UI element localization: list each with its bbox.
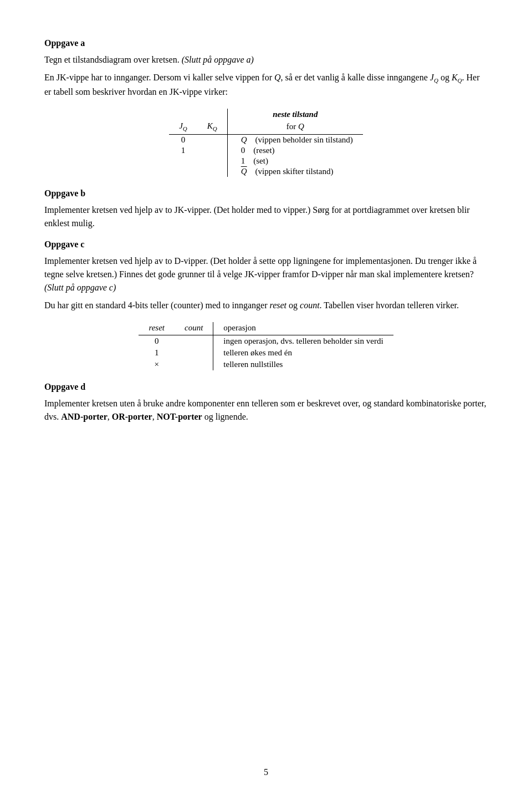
section-title-a: Oppgave a — [44, 37, 488, 50]
jk-row-3: Q (vippen skifter tilstand) — [169, 166, 363, 177]
jk-super-header-neste: neste tilstand — [227, 109, 363, 120]
page-content: Oppgave a Tegn et tilstandsdiagram over … — [44, 37, 488, 424]
jk-table-wrapper: neste tilstand JQ KQ for Q 0 Q (vippen b… — [44, 109, 488, 177]
counter-cell-op-2: telleren nullstilles — [213, 359, 393, 370]
jk-table: neste tilstand JQ KQ for Q 0 Q (vippen b… — [169, 109, 363, 177]
jk-cell-kq-0 — [197, 134, 227, 145]
oppgave-d-p1: Implementer kretsen uten å bruke andre k… — [44, 397, 488, 424]
oppgave-c-p1: Implementer kretsen ved hjelp av to D-vi… — [44, 254, 488, 294]
counter-table-wrapper: reset count operasjon 0 ingen operasjon,… — [44, 322, 488, 370]
counter-cell-count-1 — [175, 347, 213, 359]
jk-col-kq: KQ — [197, 120, 227, 135]
jk-cell-kq-3 — [197, 166, 227, 177]
jk-cell-jq-3 — [169, 166, 197, 177]
jk-col-forq: for Q — [227, 120, 363, 135]
page-number: 5 — [264, 767, 268, 777]
jk-cell-q-0: Q (vippen beholder sin tilstand) — [227, 134, 363, 145]
counter-col-count: count — [175, 322, 213, 335]
jk-cell-q-3: Q (vippen skifter tilstand) — [227, 166, 363, 177]
counter-col-reset: reset — [139, 322, 175, 335]
counter-cell-reset-0: 0 — [139, 335, 175, 347]
counter-cell-count-2 — [175, 359, 213, 370]
jk-cell-kq-1 — [197, 145, 227, 156]
jk-cell-jq-2 — [169, 156, 197, 166]
counter-cell-op-1: telleren økes med én — [213, 347, 393, 359]
counter-cell-reset-1: 1 — [139, 347, 175, 359]
jk-table-super-header — [169, 109, 227, 120]
oppgave-b-p1: Implementer kretsen ved hjelp av to JK-v… — [44, 203, 488, 230]
counter-row-0: 0 ingen operasjon, dvs. telleren beholde… — [139, 335, 393, 347]
counter-row-2: × telleren nullstilles — [139, 359, 393, 370]
slutt-a: (Slutt på oppgave a) — [182, 55, 254, 64]
counter-row-1: 1 telleren økes med én — [139, 347, 393, 359]
oppgave-a-p1: Tegn et tilstandsdiagram over kretsen. (… — [44, 53, 488, 67]
oppgave-c-p2: Du har gitt en standard 4-bits teller (c… — [44, 299, 488, 312]
counter-col-op: operasjon — [213, 322, 393, 335]
section-title-d: Oppgave d — [44, 380, 488, 394]
counter-cell-count-0 — [175, 335, 213, 347]
oppgave-a-p2: En JK-vippe har to innganger. Dersom vi … — [44, 71, 488, 99]
jk-cell-jq-1: 1 — [169, 145, 197, 156]
jk-cell-jq-0: 0 — [169, 134, 197, 145]
counter-cell-op-0: ingen operasjon, dvs. telleren beholder … — [213, 335, 393, 347]
jk-row-2: 1 (set) — [169, 156, 363, 166]
section-title-b: Oppgave b — [44, 187, 488, 200]
jk-cell-q-1: 0 (reset) — [227, 145, 363, 156]
section-title-c: Oppgave c — [44, 238, 488, 251]
jk-cell-q-2: 1 (set) — [227, 156, 363, 166]
slutt-c: (Slutt på oppgave c) — [44, 283, 116, 292]
jk-row-0: 0 Q (vippen beholder sin tilstand) — [169, 134, 363, 145]
jk-cell-kq-2 — [197, 156, 227, 166]
jk-row-1: 1 0 (reset) — [169, 145, 363, 156]
counter-cell-reset-2: × — [139, 359, 175, 370]
jk-col-jq: JQ — [169, 120, 197, 135]
counter-table: reset count operasjon 0 ingen operasjon,… — [139, 322, 393, 370]
